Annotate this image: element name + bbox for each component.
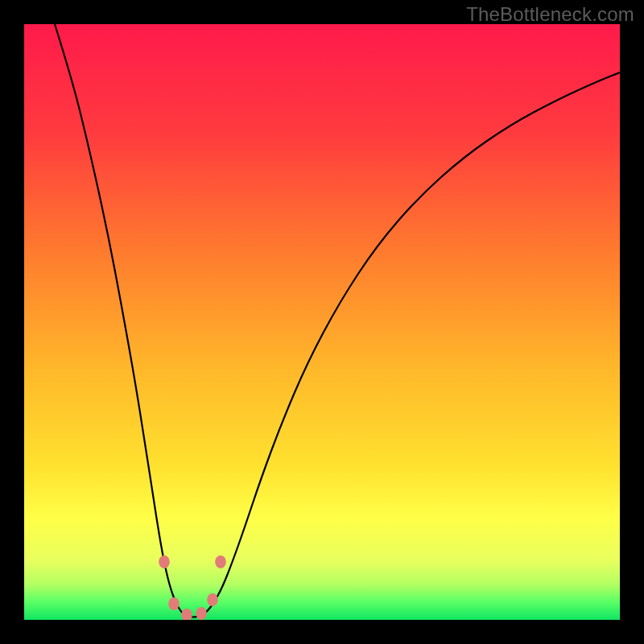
- curve-marker: [159, 555, 170, 568]
- curve-marker: [168, 597, 180, 610]
- chart-frame: TheBottleneck.com: [0, 0, 644, 644]
- watermark-text: TheBottleneck.com: [466, 3, 634, 26]
- bottleneck-chart: [24, 24, 620, 620]
- curve-marker: [207, 593, 218, 606]
- curve-marker: [215, 555, 226, 568]
- curve-marker: [196, 607, 207, 620]
